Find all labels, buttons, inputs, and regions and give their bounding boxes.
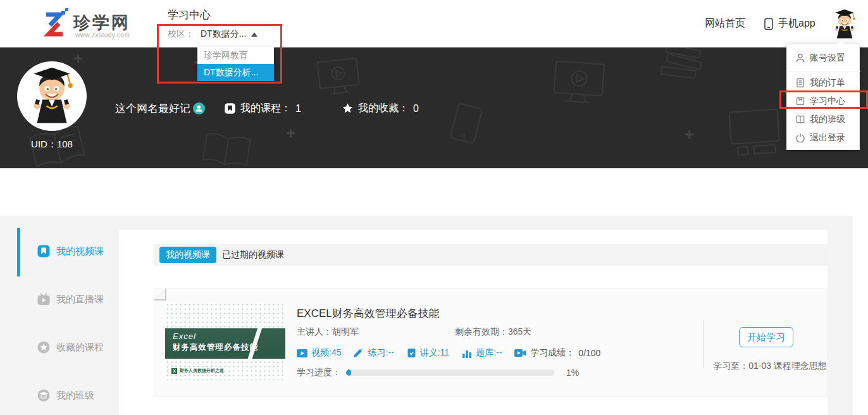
campus-caret-icon [251, 32, 257, 37]
doodle-computer-icon [726, 106, 783, 161]
doodle-tablet-icon [447, 100, 485, 146]
logout-power-icon [795, 133, 805, 143]
course-title[interactable]: EXCEL财务高效管理必备技能 [297, 306, 440, 321]
stat-question-bank-text: 题库:-- [476, 347, 502, 359]
sidebar-item-video-courses[interactable]: 我的视频课 [37, 244, 104, 258]
my-courses-count: 1 [295, 103, 301, 115]
class-icon [37, 388, 51, 402]
practice-pen-icon [354, 349, 364, 358]
card-corner-fold-inner [155, 289, 165, 299]
menu-item-account-settings[interactable]: 账号设置 [795, 53, 845, 64]
doodle-book-icon [199, 130, 254, 168]
menu-item-label: 学习中心 [810, 96, 845, 107]
thumbnail-footer: X 财务人员数据分析之道 [171, 368, 224, 374]
stat-question-bank: 题库:-- [462, 347, 502, 359]
stat-handouts: 讲义:11 [407, 347, 449, 359]
teacher-label: 主讲人： [297, 326, 332, 337]
menu-item-label: 退出登录 [810, 132, 845, 144]
content-section: 我的视频课 我的直播课 收藏的课程 我的班级 [0, 216, 868, 415]
logo-icon[interactable] [39, 8, 70, 40]
doodle-plus-icon: + [73, 49, 83, 68]
my-favorites-stat[interactable]: 我的收藏：0 [342, 102, 419, 115]
sidebar-item-my-classes[interactable]: 我的班级 [37, 388, 94, 402]
sidebar-item-label: 我的视频课 [56, 245, 104, 257]
menu-item-logout[interactable]: 退出登录 [795, 132, 845, 144]
validity-value: 365天 [508, 326, 531, 337]
course-stats-row: 视频:45 练习:-- 讲义:11 [297, 347, 600, 359]
progress-percent: 1% [566, 368, 579, 378]
favorite-course-icon [37, 340, 51, 354]
thumbnail-line1: Excel [173, 331, 285, 341]
sidebar-item-favorite-courses[interactable]: 收藏的课程 [37, 340, 104, 354]
my-classes-icon [795, 115, 805, 125]
avatar-boy-illustration [25, 65, 79, 131]
banner-stats-row: 这个网名最好记 我的课程：1 我的收藏：0 [115, 101, 419, 116]
sidebar-item-label: 我的班级 [56, 390, 94, 402]
tab-my-video-courses[interactable]: 我的视频课 [159, 247, 216, 263]
menu-item-label: 账号设置 [810, 53, 845, 64]
campus-option-dt-data[interactable]: DT数据分析... [197, 64, 274, 81]
doodle-books-icon [656, 47, 706, 85]
video-course-icon [37, 244, 51, 258]
my-favorites-count: 0 [413, 103, 419, 115]
campus-dropdown-panel: 珍学网教育 DT数据分析... [197, 47, 274, 81]
progress-bar [346, 369, 555, 376]
campus-selector[interactable]: 校区： DT数据分... [168, 28, 257, 40]
nav-home-link[interactable]: 网站首页 [705, 17, 745, 30]
menu-item-my-classes[interactable]: 我的班级 [795, 114, 845, 125]
star-icon [342, 102, 354, 115]
tab-bar: 我的视频课 已过期的视频课 [154, 244, 828, 266]
menu-item-label: 我的班级 [810, 114, 845, 125]
course-thumbnail[interactable]: Excel 财务高效管理必备技能 X 财务人员数据分析之道 [165, 302, 285, 380]
user-avatar-large[interactable] [17, 61, 87, 131]
teacher-name: 胡明军 [332, 326, 359, 337]
card-divider [703, 320, 704, 368]
thumbnail-title-band: Excel 财务高效管理必备技能 [165, 328, 285, 359]
campus-option-zhenxue[interactable]: 珍学网教育 [197, 47, 274, 64]
doodle-plus-icon: + [286, 123, 295, 143]
tab-expired-video-courses[interactable]: 已过期的视频课 [222, 249, 284, 261]
thumbnail-footer-text: 财务人员数据分析之道 [180, 368, 224, 374]
live-course-icon [37, 292, 51, 306]
sidebar-item-live-courses[interactable]: 我的直播课 [37, 292, 104, 306]
account-settings-icon [795, 53, 805, 63]
nav-app-label: 手机app [778, 17, 815, 30]
menu-item-learning-center[interactable]: 学习中心 [795, 96, 845, 107]
profile-banner: + + + + UID：108 这个网名最好记 我的课程：1 [0, 47, 868, 168]
header: 珍学网 www.zxstudy.com 学习中心 校区： DT数据分... 网站… [0, 0, 868, 47]
stat-videos: 视频:45 [297, 347, 341, 359]
learning-center-icon [795, 96, 805, 106]
my-favorites-label: 我的收藏： [358, 102, 409, 115]
campus-selected-value: DT数据分... [201, 28, 246, 40]
score-camera-icon [514, 349, 526, 357]
stat-handouts-text: 讲义:11 [420, 347, 449, 359]
validity-label: 剩余有效期： [455, 326, 508, 337]
campus-label: 校区： [168, 28, 194, 40]
sidebar-active-indicator [17, 228, 20, 276]
book-icon [224, 102, 236, 115]
question-bank-icon [462, 349, 472, 358]
doodle-monitor-icon [550, 58, 608, 106]
menu-item-my-orders[interactable]: 我的订单 [795, 77, 845, 89]
course-validity: 剩余有效期：365天 [455, 326, 531, 338]
phone-icon [763, 18, 774, 30]
brand-name: 珍学网 [73, 11, 130, 34]
stat-practice: 练习:-- [354, 347, 394, 359]
score-label: 学习成绩： [530, 347, 574, 359]
user-avatar-small[interactable] [831, 8, 858, 42]
page-title: 学习中心 [168, 8, 211, 22]
last-learned-position: 学习至：01-03 课程理念思想 [708, 359, 832, 373]
menu-separator [787, 71, 860, 72]
user-uid: UID：108 [17, 139, 87, 151]
start-learning-button[interactable]: 开始学习 [739, 327, 793, 347]
progress-label: 学习进度： [297, 367, 341, 378]
my-courses-label: 我的课程： [240, 102, 291, 115]
nav-home-label: 网站首页 [705, 17, 745, 30]
nav-app-link[interactable]: 手机app [763, 17, 815, 30]
order-icon [795, 78, 805, 88]
progress-row: 学习进度： 1% [297, 367, 579, 378]
sidebar-item-label: 收藏的课程 [56, 342, 104, 354]
page-background-strip [853, 216, 868, 415]
sidebar-item-label: 我的直播课 [56, 294, 104, 306]
my-courses-stat[interactable]: 我的课程：1 [224, 102, 301, 115]
